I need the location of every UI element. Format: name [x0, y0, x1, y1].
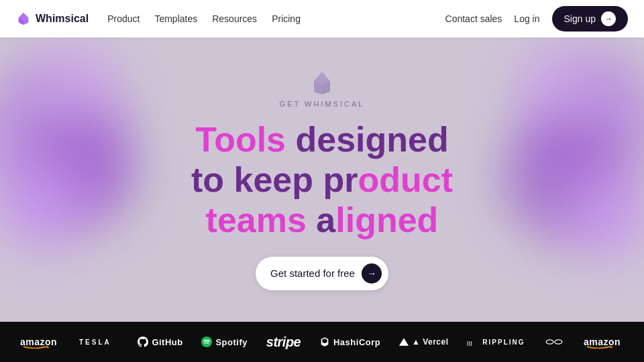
meta-icon [543, 337, 565, 347]
headline-a: a [316, 200, 335, 239]
logo-bar: amazon TESLA GitHub Spotify stripe Hashi… [0, 322, 644, 362]
nav-product[interactable]: Product [107, 13, 140, 24]
brand-meta [543, 337, 565, 347]
brand-spotify: Spotify [201, 337, 248, 347]
blob-left-3 [0, 158, 87, 252]
blob-top-right [510, 44, 590, 111]
hero-headline: Tools designed to keep product teams ali… [191, 120, 453, 240]
navbar: Whimsical Product Templates Resources Pr… [0, 0, 644, 38]
nav-left: Whimsical Product Templates Resources Pr… [16, 11, 301, 26]
nav-templates[interactable]: Templates [154, 13, 197, 24]
vercel-icon [399, 337, 409, 347]
eyebrow-label: GET WHIMSICAL [280, 100, 365, 108]
brand-stripe: stripe [266, 335, 301, 350]
nav-right: Contact sales Log in Sign up → [445, 6, 628, 32]
nav-pricing[interactable]: Pricing [272, 13, 301, 24]
login-link[interactable]: Log in [514, 13, 539, 24]
cta-label: Get started for free [270, 267, 355, 279]
amazon-icon-1: amazon [20, 335, 60, 349]
signup-arrow-icon: → [601, 11, 616, 26]
nav-links: Product Templates Resources Pricing [107, 13, 301, 24]
brand-github: GitHub [138, 337, 182, 347]
brand-tesla: TESLA [79, 335, 119, 349]
blob-right-3 [564, 172, 644, 259]
logo-icon [16, 11, 31, 26]
brand-vercel: ▲ Vercel [399, 337, 449, 347]
svg-text:TESLA: TESLA [79, 339, 111, 346]
brand-amazon-2: amazon [584, 335, 624, 349]
signup-button[interactable]: Sign up → [552, 6, 628, 32]
svg-point-11 [547, 340, 554, 344]
headline-to-keep: to keep pr [191, 160, 358, 199]
headline-teams: teams [206, 200, 317, 239]
cta-button[interactable]: Get started for free → [256, 257, 388, 290]
svg-text:amazon: amazon [20, 337, 57, 347]
headline-designed: designed [295, 120, 448, 159]
brand-amazon-1: amazon [20, 335, 60, 349]
hero-content: GET WHIMSICAL Tools designed to keep pro… [191, 69, 453, 290]
cta-arrow-icon: → [362, 263, 382, 284]
tesla-icon: TESLA [79, 335, 119, 349]
contact-sales-link[interactable]: Contact sales [445, 13, 502, 24]
amazon-icon-2: amazon [584, 335, 624, 349]
hero-section: GET WHIMSICAL Tools designed to keep pro… [0, 38, 644, 322]
eyebrow-icon [309, 69, 335, 96]
svg-text:|||: ||| [467, 340, 473, 346]
headline-ligned: ligned [335, 200, 438, 239]
blob-top-left [40, 38, 121, 105]
rippling-icon: ||| [467, 337, 479, 347]
headline-tools: Tools [195, 120, 295, 159]
logo-link[interactable]: Whimsical [16, 11, 89, 26]
svg-text:amazon: amazon [584, 337, 621, 347]
headline-oduct: oduct [358, 160, 453, 199]
logo-text: Whimsical [36, 13, 89, 25]
eyebrow-block: GET WHIMSICAL [280, 69, 365, 108]
github-icon [138, 337, 148, 347]
hashicorp-icon [319, 337, 330, 347]
svg-point-12 [555, 340, 562, 344]
brand-hashicorp: HashiCorp [319, 337, 380, 347]
nav-resources[interactable]: Resources [212, 13, 257, 24]
brand-rippling: ||| RIPPLING [467, 337, 525, 347]
spotify-icon [201, 337, 212, 347]
